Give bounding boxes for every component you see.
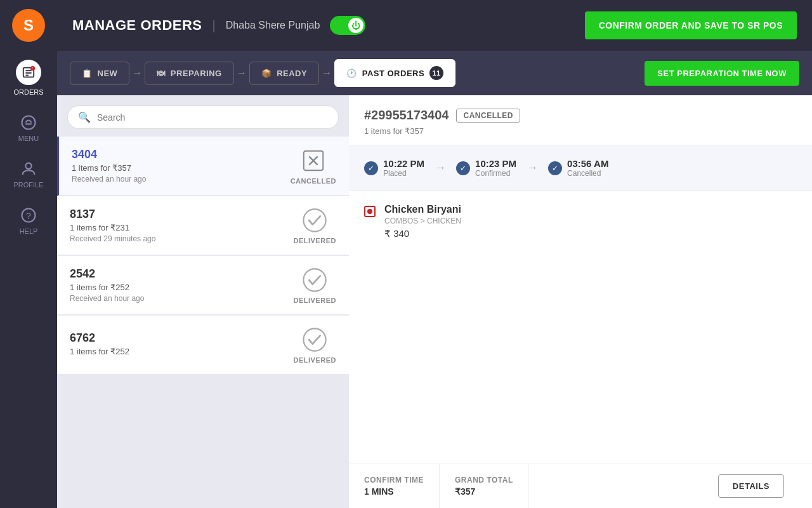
ready-tab-icon: 📦 (261, 69, 272, 78)
order-left: 6762 1 items for ₹252 (70, 331, 129, 358)
svg-point-8 (25, 163, 31, 169)
delivered-icon (301, 326, 329, 354)
sidebar: S ✓ ORDERS MENU PROFILE (0, 0, 57, 508)
status-label: DELIVERED (294, 356, 336, 364)
detail-items: Chicken Biryani COMBOS > CHICKEN ₹ 340 (349, 191, 812, 464)
confirm-order-button[interactable]: CONFIRM ORDER AND SAVE TO SR POS (585, 11, 797, 39)
order-left: 2542 1 items for ₹252 Received an hour a… (70, 267, 144, 303)
svg-text:?: ? (26, 211, 31, 221)
order-list: 🔍 3404 1 items for ₹357 Received an hour… (57, 95, 349, 508)
search-input[interactable] (97, 112, 328, 123)
sidebar-orders-label: ORDERS (13, 88, 43, 96)
sidebar-profile-label: PROFILE (13, 181, 43, 189)
order-left: 8137 1 items for ₹231 Received 29 minute… (70, 208, 155, 243)
order-meta: 1 items for ₹231 (70, 223, 155, 232)
grand-total-value: ₹357 (455, 486, 513, 497)
order-time: Received 29 minutes ago (70, 234, 155, 243)
timeline-arrow-2: → (527, 161, 538, 175)
confirm-time-label: CONFIRM TIME (364, 476, 424, 485)
search-icon: 🔍 (78, 111, 91, 123)
grand-total-label: GRAND TOTAL (455, 476, 513, 485)
timeline-info-placed: 10:22 PM Placed (383, 158, 424, 178)
cancelled-icon (299, 147, 327, 175)
veg-icon (364, 206, 376, 217)
timeline-step-confirmed: ✓ 10:23 PM Confirmed (456, 158, 516, 178)
sidebar-menu-label: MENU (18, 135, 39, 142)
restaurant-toggle[interactable] (330, 16, 365, 35)
details-button[interactable]: DETAILS (718, 474, 784, 498)
status-label: CANCELLED (291, 177, 336, 185)
main-content: MANAGE ORDERS | Dhaba Shere Punjab CONFI… (57, 0, 812, 508)
order-status: CANCELLED (291, 147, 336, 185)
order-time: Received an hour ago (70, 294, 144, 303)
timeline-check-cancelled: ✓ (548, 161, 562, 175)
detail-header: #29955173404 CANCELLED 1 items for ₹357 (349, 95, 812, 145)
grand-total-section: GRAND TOTAL ₹357 (440, 464, 529, 508)
svg-text:✓: ✓ (31, 67, 34, 70)
order-number: 2542 (70, 267, 144, 281)
preparing-tab-icon: 🍽 (157, 69, 166, 78)
timeline-label-placed: Placed (383, 169, 424, 178)
confirm-time-section: CONFIRM TIME 1 MINS (349, 464, 440, 508)
item-details: Chicken Biryani COMBOS > CHICKEN ₹ 340 (384, 204, 461, 239)
timeline-info-confirmed: 10:23 PM Confirmed (475, 158, 516, 178)
delivered-icon (301, 206, 329, 234)
confirm-time-value: 1 MINS (364, 486, 424, 497)
order-item-3404[interactable]: 3404 1 items for ₹357 Received an hour a… (57, 137, 349, 196)
item-name: Chicken Biryani (384, 204, 461, 215)
orders-icon: ✓ (16, 60, 41, 85)
tab-ready[interactable]: 📦 READY (249, 62, 320, 85)
order-number: 6762 (70, 331, 129, 345)
svg-point-16 (304, 328, 326, 351)
timeline-time-confirmed: 10:23 PM (475, 158, 516, 169)
search-wrap: 🔍 (67, 105, 339, 129)
sidebar-item-orders[interactable]: ✓ ORDERS (0, 51, 57, 105)
past-orders-badge: 11 (429, 66, 443, 80)
content-area: 🔍 3404 1 items for ₹357 Received an hour… (57, 95, 812, 508)
order-status: DELIVERED (294, 266, 336, 304)
tab-preparing[interactable]: 🍽 PREPARING (145, 62, 233, 85)
tab-arrow-3: → (322, 67, 332, 79)
detail-order-num: #29955173404 CANCELLED (364, 108, 797, 123)
svg-point-6 (22, 116, 36, 130)
detail-num-text: #29955173404 (364, 108, 449, 123)
timeline-time-placed: 10:22 PM (383, 158, 424, 169)
status-label: DELIVERED (294, 237, 336, 244)
order-time: Received an hour ago (72, 175, 146, 184)
tab-arrow-2: → (237, 67, 247, 79)
orders-scroll: 3404 1 items for ₹357 Received an hour a… (57, 137, 349, 508)
timeline-time-cancelled: 03:56 AM (567, 158, 608, 169)
order-item-8137[interactable]: 8137 1 items for ₹231 Received 29 minute… (57, 196, 349, 256)
order-detail: #29955173404 CANCELLED 1 items for ₹357 … (349, 95, 812, 508)
detail-cancelled-badge: CANCELLED (456, 109, 520, 123)
order-item-2542[interactable]: 2542 1 items for ₹252 Received an hour a… (57, 256, 349, 316)
tab-new[interactable]: 📋 NEW (70, 62, 129, 85)
item-row: Chicken Biryani COMBOS > CHICKEN ₹ 340 (364, 204, 797, 239)
order-item-6762[interactable]: 6762 1 items for ₹252 DELIVERED (57, 316, 349, 375)
order-meta: 1 items for ₹357 (72, 163, 146, 173)
detail-items-info: 1 items for ₹357 (364, 126, 797, 136)
ready-tab-label: READY (277, 69, 307, 78)
timeline-step-cancelled: ✓ 03:56 AM Cancelled (548, 158, 608, 178)
tab-bar: 📋 NEW → 🍽 PREPARING → 📦 READY → 🕐 PAST O… (57, 51, 812, 95)
timeline-info-cancelled: 03:56 AM Cancelled (567, 158, 608, 178)
set-prep-time-button[interactable]: SET PREPARATION TIME NOW (645, 61, 799, 86)
timeline-step-placed: ✓ 10:22 PM Placed (364, 158, 424, 178)
app-logo: S (12, 9, 45, 42)
timeline: ✓ 10:22 PM Placed → ✓ 10:23 PM Confirmed… (349, 145, 812, 191)
sidebar-item-help[interactable]: ? HELP (0, 197, 57, 244)
order-meta: 1 items for ₹252 (70, 283, 144, 292)
veg-dot (367, 209, 372, 214)
past-orders-label: PAST ORDERS (362, 69, 424, 78)
sidebar-item-menu[interactable]: MENU (0, 105, 57, 151)
tab-past-orders[interactable]: 🕐 PAST ORDERS 11 (334, 59, 455, 87)
order-left: 3404 1 items for ₹357 Received an hour a… (72, 148, 146, 184)
delivered-icon (301, 266, 329, 294)
sidebar-item-profile[interactable]: PROFILE (0, 151, 57, 197)
svg-point-15 (304, 269, 326, 291)
order-meta: 1 items for ₹252 (70, 347, 129, 356)
order-status: DELIVERED (294, 326, 336, 364)
sidebar-logo: S (0, 0, 57, 51)
header-divider: | (213, 18, 216, 33)
detail-footer: CONFIRM TIME 1 MINS GRAND TOTAL ₹357 DET… (349, 464, 812, 508)
